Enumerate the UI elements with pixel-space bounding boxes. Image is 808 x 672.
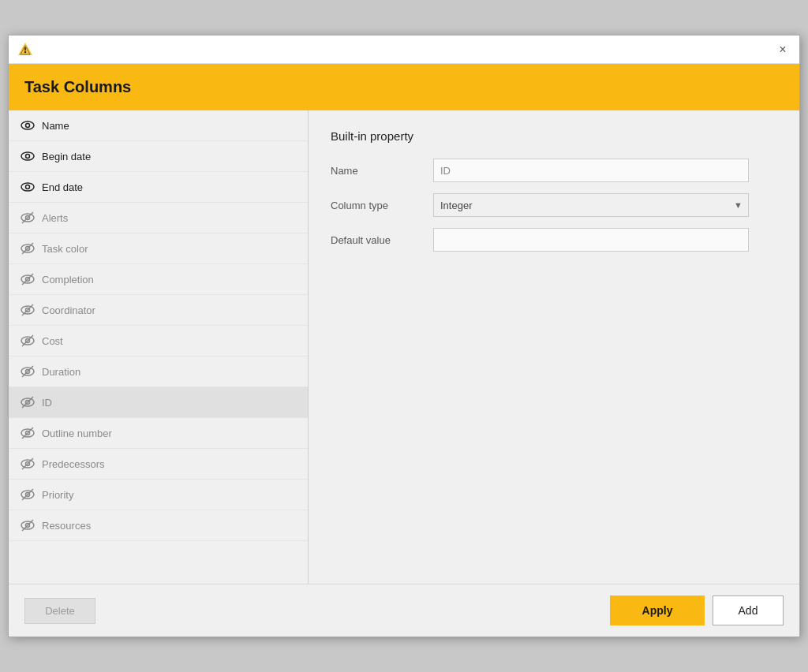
task-columns-dialog: × Task Columns NameBegin dateEnd dateAle… <box>8 35 800 637</box>
default-value-input[interactable] <box>433 228 749 252</box>
list-item-name[interactable]: Name <box>9 110 308 141</box>
title-bar: × <box>9 35 799 64</box>
app-logo <box>17 41 34 58</box>
eye-slash-icon <box>20 394 36 410</box>
eye-slash-icon <box>20 333 36 349</box>
column-type-wrapper: IntegerStringDateBooleanFloat ▼ <box>433 193 749 217</box>
dialog-title: Task Columns <box>24 78 784 96</box>
eye-open-icon <box>20 179 36 195</box>
list-item-completion[interactable]: Completion <box>9 264 308 295</box>
list-item-label: Completion <box>42 274 94 286</box>
list-item-label: Coordinator <box>42 304 95 316</box>
dialog-body: NameBegin dateEnd dateAlertsTask colorCo… <box>9 110 799 584</box>
eye-slash-icon <box>20 517 36 533</box>
default-value-row: Default value <box>331 228 777 252</box>
dialog-header: Task Columns <box>9 64 799 110</box>
svg-point-8 <box>21 183 34 191</box>
eye-slash-icon <box>20 241 36 256</box>
list-item-label: Outline number <box>42 427 112 439</box>
eye-slash-icon <box>20 364 36 379</box>
list-item-label: Cost <box>42 335 63 347</box>
name-label: Name <box>331 165 433 177</box>
list-item-resources[interactable]: Resources <box>9 510 308 541</box>
svg-point-6 <box>21 152 34 160</box>
delete-button[interactable]: Delete <box>24 598 95 624</box>
list-item-duration[interactable]: Duration <box>9 357 308 387</box>
svg-point-2 <box>24 50 26 52</box>
default-value-label: Default value <box>331 234 433 246</box>
name-input[interactable] <box>433 159 749 182</box>
list-item-label: Alerts <box>42 212 68 224</box>
apply-button[interactable]: Apply <box>610 595 705 625</box>
eye-slash-icon <box>20 302 36 318</box>
list-item-outline-number[interactable]: Outline number <box>9 418 308 449</box>
list-item-label: Predecessors <box>42 458 104 470</box>
eye-slash-icon <box>20 271 36 287</box>
list-item-label: Resources <box>42 520 91 532</box>
list-item-begin-date[interactable]: Begin date <box>9 141 308 172</box>
list-item-priority[interactable]: Priority <box>9 480 308 510</box>
column-type-row: Column type IntegerStringDateBooleanFloa… <box>331 193 777 217</box>
list-item-label: ID <box>42 397 52 409</box>
svg-point-5 <box>26 124 30 128</box>
eye-slash-icon <box>20 425 36 441</box>
eye-open-icon <box>20 118 36 133</box>
list-item-label: Priority <box>42 489 73 501</box>
list-item-coordinator[interactable]: Coordinator <box>9 295 308 326</box>
column-type-select[interactable]: IntegerStringDateBooleanFloat <box>433 193 749 217</box>
action-buttons: Apply Add <box>610 595 784 625</box>
list-item-label: Task color <box>42 243 88 255</box>
list-item-id[interactable]: ID <box>9 387 308 418</box>
close-button[interactable]: × <box>774 41 791 58</box>
list-item-label: Duration <box>42 366 80 378</box>
list-item-label: Name <box>42 120 69 132</box>
left-panel: NameBegin dateEnd dateAlertsTask colorCo… <box>9 110 309 584</box>
svg-rect-3 <box>24 47 26 50</box>
list-item-task-color[interactable]: Task color <box>9 233 308 264</box>
list-item-alerts[interactable]: Alerts <box>9 203 308 233</box>
eye-slash-icon <box>20 456 36 472</box>
svg-point-7 <box>26 155 30 159</box>
column-type-label: Column type <box>331 200 433 211</box>
eye-slash-icon <box>20 487 36 502</box>
section-title: Built-in property <box>331 129 777 143</box>
list-item-end-date[interactable]: End date <box>9 172 308 203</box>
list-item-cost[interactable]: Cost <box>9 326 308 357</box>
list-item-label: End date <box>42 181 83 193</box>
list-item-predecessors[interactable]: Predecessors <box>9 449 308 480</box>
dialog-footer: Delete Apply Add <box>9 584 799 637</box>
eye-open-icon <box>20 148 36 164</box>
name-row: Name <box>331 159 777 182</box>
columns-list[interactable]: NameBegin dateEnd dateAlertsTask colorCo… <box>9 110 308 584</box>
eye-slash-icon <box>20 210 36 226</box>
right-panel: Built-in property Name Column type Integ… <box>309 110 799 584</box>
add-button[interactable]: Add <box>713 595 784 625</box>
list-item-label: Begin date <box>42 151 91 162</box>
svg-point-4 <box>21 121 34 129</box>
svg-point-9 <box>26 185 30 189</box>
